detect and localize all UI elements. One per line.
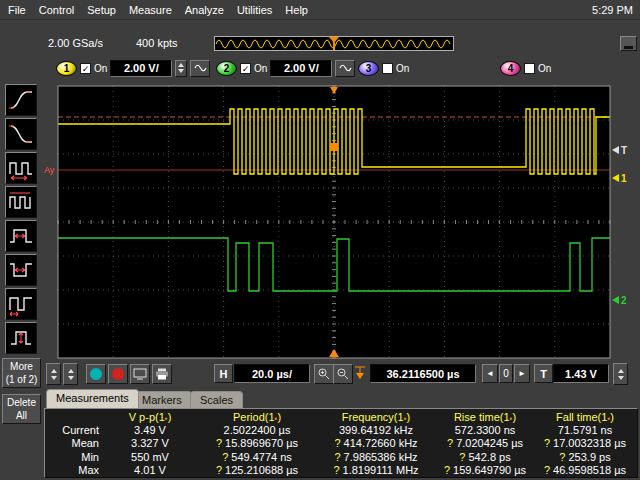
fine-adjust-stepper-2[interactable] [63, 363, 78, 385]
menu-measure[interactable]: Measure [129, 4, 172, 16]
meas-value: 550 mV [105, 451, 195, 463]
delete-label: Delete [7, 397, 36, 408]
meas-value: 2.5022400 µs [195, 424, 319, 436]
screen-copy-button[interactable] [130, 364, 150, 384]
channel-3-on-checkbox[interactable] [382, 63, 393, 74]
channel-2-badge[interactable]: 2 [216, 61, 237, 76]
channel-2-scale-readout[interactable]: 2.00 V/ [270, 60, 332, 77]
meas-value: 71.5791 ns [537, 424, 633, 436]
v-pp-icon[interactable] [5, 322, 37, 354]
meas-column-header: Rise time(1▪) [433, 411, 537, 423]
up-arrow-icon [618, 369, 624, 373]
zoom-out-button[interactable] [333, 364, 353, 384]
menu-help[interactable]: Help [285, 4, 308, 16]
down-arrow-icon [51, 376, 57, 380]
menu-setup[interactable]: Setup [87, 4, 116, 16]
printer-icon [155, 368, 169, 380]
meas-value: ? 7.0204245 µs [433, 437, 537, 449]
channel-2-on-checkbox[interactable]: ✓ [240, 63, 251, 74]
menu-control[interactable]: Control [39, 4, 74, 16]
delete-all-button[interactable]: DeleteAll [2, 394, 41, 424]
measurement-icon-palette [5, 84, 39, 356]
meas-value: ? 1.8199111 MHz [319, 464, 433, 476]
position-zero-button[interactable]: 0 [499, 364, 513, 383]
up-arrow-icon [68, 369, 74, 373]
meas-value: 3.327 V [105, 437, 195, 449]
meas-source-icon: ▪ [404, 414, 407, 423]
trigger-setup-button[interactable]: T [534, 364, 553, 383]
memory-depth-readout: 400 kpts [136, 37, 178, 49]
meas-row-label: Current [45, 424, 105, 436]
channel-on-label: On [538, 63, 551, 74]
up-arrow-icon [178, 63, 184, 67]
sample-rate-readout: 2.00 GSa/s [48, 37, 103, 49]
channel-on-label: On [94, 63, 107, 74]
channel-1-scale-readout[interactable]: 2.00 V/ [110, 60, 172, 77]
horizontal-position-readout[interactable]: 36.2116500 µs [370, 364, 476, 383]
fall-time-icon[interactable] [5, 118, 37, 150]
meas-value: ? 7.9865386 kHz [319, 451, 433, 463]
duty-cycle-icon[interactable] [5, 288, 37, 320]
minimize-button[interactable] [620, 36, 637, 51]
tab-measurements[interactable]: Measurements [46, 389, 139, 408]
channel-4-badge[interactable]: 4 [500, 61, 521, 76]
acquisition-memory-bar [214, 36, 454, 51]
meas-column-header: Fall time(1▪) [537, 411, 633, 423]
meas-row-label: Max [45, 464, 105, 476]
channel-3-badge[interactable]: 3 [358, 61, 379, 76]
meas-value: ? 125.210688 µs [195, 464, 319, 476]
menu-analyze[interactable]: Analyze [185, 4, 224, 16]
down-arrow-icon [178, 69, 184, 73]
meas-source-icon: ▪ [275, 414, 278, 423]
timebase-readout[interactable]: 20.0 µs/ [234, 364, 310, 383]
magnifier-icon [317, 367, 331, 381]
stop-button[interactable] [108, 364, 128, 384]
meas-value: ? 15.8969670 µs [195, 437, 319, 449]
meas-value: ? 17.0032318 µs [537, 437, 633, 449]
menu-file[interactable]: File [8, 4, 26, 16]
print-button[interactable] [152, 364, 172, 384]
channel-1-scale-stepper[interactable] [175, 60, 187, 77]
position-left-button[interactable]: ◄ [482, 364, 498, 383]
measurements-panel: V p-p(1▪)Period(1▪)Frequency(1▪)Rise tim… [44, 408, 638, 478]
channel-2-group: 2✓On2.00 V/ [216, 58, 355, 78]
fine-adjust-stepper-1[interactable] [46, 363, 61, 385]
meas-column-header: Frequency(1▪) [319, 411, 433, 423]
position-right-button[interactable]: ► [514, 364, 530, 383]
trigger-level-stepper[interactable] [613, 363, 628, 385]
rise-time-icon[interactable] [5, 84, 37, 116]
channel-4-on-checkbox[interactable] [524, 63, 535, 74]
menu-bar: FileControlSetupMeasureAnalyzeUtilitiesH… [0, 0, 640, 20]
meas-source-icon: ▪ [165, 414, 168, 423]
run-button[interactable] [86, 364, 106, 384]
minimize-icon [624, 46, 633, 49]
more-button[interactable]: More(1 of 2) [2, 358, 41, 388]
ac-coupling-icon[interactable] [335, 60, 355, 77]
zoom-in-button[interactable] [314, 364, 334, 384]
channel-1-on-checkbox[interactable]: ✓ [80, 63, 91, 74]
run-icon [90, 368, 102, 380]
ac-coupling-icon[interactable] [190, 60, 210, 77]
pos-width-icon[interactable] [5, 220, 37, 252]
svg-text:2: 2 [621, 295, 627, 306]
tab-markers[interactable]: Markers [132, 391, 192, 408]
tab-scales[interactable]: Scales [190, 391, 243, 408]
down-arrow-icon [68, 376, 74, 380]
more-sub-label: (1 of 2) [6, 374, 38, 385]
menu-utilities[interactable]: Utilities [237, 4, 272, 16]
meas-value: ? 159.649790 µs [433, 464, 537, 476]
trigger-level-readout[interactable]: 1.43 V [553, 364, 609, 383]
down-arrow-icon [618, 376, 624, 380]
screen-icon [133, 368, 147, 380]
period-icon[interactable] [5, 152, 37, 184]
meas-source-icon: ▪ [510, 414, 513, 423]
frequency-icon[interactable] [5, 186, 37, 218]
meas-value: ? 46.9598518 µs [537, 464, 633, 476]
neg-width-icon[interactable] [5, 254, 37, 286]
stop-icon [112, 368, 124, 380]
horizontal-setup-button[interactable]: H [214, 364, 233, 383]
more-label: More [10, 361, 33, 372]
menu-items: FileControlSetupMeasureAnalyzeUtilitiesH… [0, 4, 308, 16]
channel-1-badge[interactable]: 1 [56, 61, 77, 76]
svg-text:Ay: Ay [44, 165, 55, 175]
